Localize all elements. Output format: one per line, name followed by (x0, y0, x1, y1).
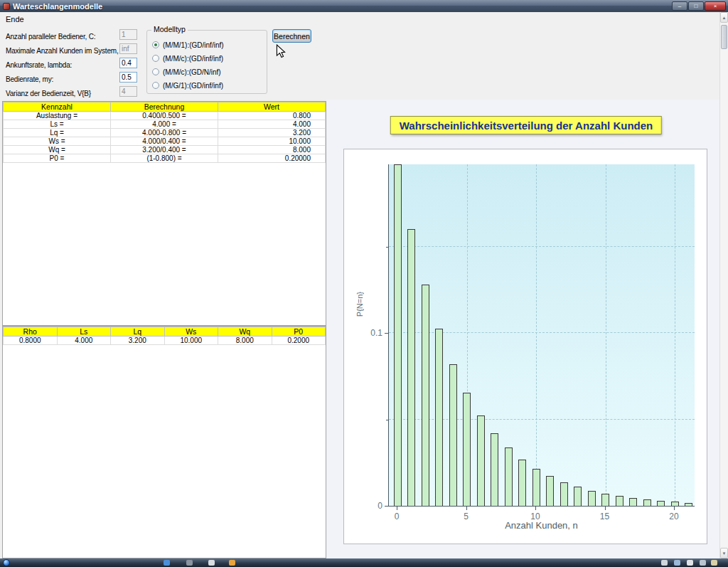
bar (407, 229, 415, 506)
y-tick-label: 0.1 (363, 328, 382, 338)
results-table: KennzahlBerechnungWert Auslastung =0.400… (3, 102, 326, 163)
y-tick-label: 0 (363, 501, 382, 511)
form-field-row: Maximale Anzahl Kunden im System, N: (6, 43, 139, 55)
close-button[interactable]: × (705, 1, 726, 11)
field-input[interactable] (119, 58, 137, 68)
form-field-row: Bedienrate, my: (6, 72, 139, 83)
results-row: P0 =(1-0.800) =0.20000 (4, 154, 326, 163)
radio-option-label: (M/M/c):(GD/N/inf) (163, 68, 221, 76)
field-input (119, 43, 137, 54)
scroll-down-icon[interactable]: ▼ (720, 548, 728, 558)
summary-column-header: Ws (164, 327, 218, 337)
radio-option-label: (M/G/1):(GD/inf/inf) (163, 82, 223, 90)
summary-cell: 10.000 (164, 337, 218, 345)
taskbar-icon[interactable] (164, 560, 170, 566)
bar (505, 447, 513, 506)
results-cell: Lq = (4, 129, 111, 137)
vertical-gridline (675, 164, 675, 506)
x-axis-tick (674, 507, 675, 510)
bar (477, 415, 485, 506)
horizontal-gridline (389, 246, 695, 247)
summary-column-header: Wq (218, 327, 272, 337)
taskbar-icon[interactable] (229, 560, 235, 566)
results-cell: Ws = (4, 137, 111, 146)
results-cell: 0.20000 (218, 154, 326, 163)
scrollbar-thumb[interactable] (721, 25, 727, 49)
results-cell: (1-0.800) = (111, 154, 218, 163)
bar (671, 502, 679, 506)
vertical-gridline (606, 164, 606, 506)
y-axis-minor-tick (386, 420, 389, 420)
summary-column-header: Lq (111, 327, 165, 337)
results-cell: 8.000 (218, 146, 326, 154)
results-table-container: KennzahlBerechnungWert Auslastung =0.400… (2, 101, 326, 326)
results-cell: 3.200 (218, 129, 326, 137)
vertical-gridline (536, 164, 537, 506)
taskbar-tray-icon[interactable] (674, 560, 680, 566)
summary-table-container: RhoLsLqWsWqP0 0.80004.0003.20010.0008.00… (2, 326, 326, 558)
bar (422, 285, 429, 506)
modelltyp-option[interactable]: (M/G/1):(GD/inf/inf) (152, 80, 223, 90)
taskbar-tray-icon[interactable] (687, 560, 693, 566)
window-controls: – □ × (672, 1, 726, 11)
menu-item-ende[interactable]: Ende (0, 14, 30, 25)
radio-option-label: (M/M/1):(GD/inf/inf) (163, 41, 224, 49)
start-button-icon[interactable] (3, 559, 10, 566)
taskbar-icon[interactable] (186, 560, 193, 566)
field-input (119, 86, 137, 97)
taskbar-icon[interactable] (208, 560, 215, 566)
results-cell: Auslastung = (4, 112, 111, 120)
bar (532, 469, 540, 506)
modelltyp-option[interactable]: (M/M/c):(GD/inf/inf) (152, 53, 223, 63)
results-column-header: Wert (218, 102, 326, 112)
summary-column-header: P0 (272, 327, 326, 337)
results-column-header: Kennzahl (4, 102, 111, 112)
field-input[interactable] (119, 72, 137, 83)
maximize-button[interactable]: □ (688, 1, 704, 11)
results-cell: 10.000 (218, 137, 326, 146)
modelltyp-legend: Modelltyp (151, 25, 188, 33)
bar (601, 494, 609, 506)
berechnen-button[interactable]: Berechnen (272, 29, 311, 43)
menu-bar: Ende (0, 12, 719, 25)
scroll-up-icon[interactable]: ▲ (720, 12, 728, 23)
bar (491, 433, 498, 506)
x-tick-label: 15 (596, 512, 614, 521)
bar (588, 491, 596, 506)
app-icon (3, 3, 10, 10)
results-cell: 4.000/0.400 = (111, 137, 218, 146)
modelltyp-option[interactable]: (M/M/c):(GD/N/inf) (152, 67, 221, 77)
y-axis-tick (385, 333, 389, 334)
x-axis-tick (535, 507, 536, 510)
vertical-scrollbar: ▲ ▼ (719, 12, 728, 558)
bar (518, 460, 526, 506)
bar (616, 496, 623, 506)
x-tick-label: 20 (665, 512, 682, 521)
results-cell: P0 = (4, 154, 111, 163)
bar (435, 329, 443, 506)
y-axis-label: P{N=n} (355, 292, 364, 317)
window-title: Warteschlangenmodelle (13, 2, 102, 11)
summary-column-header: Rho (4, 327, 58, 337)
x-tick-label: 10 (527, 512, 544, 521)
taskbar-tray-icon[interactable] (711, 560, 717, 566)
results-cell: 0.800 (218, 112, 326, 120)
results-row: Ws =4.000/0.400 =10.000 (4, 137, 326, 146)
summary-cell: 0.8000 (4, 337, 58, 345)
chart-panel: P{N=n} Anzahl Kunden, n 0510152000.1 (343, 149, 707, 544)
minimize-button[interactable]: – (672, 1, 687, 11)
bar (685, 503, 692, 506)
summary-cell: 0.2000 (272, 337, 326, 345)
summary-header-row: RhoLsLqWsWqP0 (4, 327, 326, 337)
modelltyp-option[interactable]: (M/M/1):(GD/inf/inf) (152, 40, 224, 50)
field-label: Anzahl paralleler Bediener, C: (6, 33, 95, 41)
summary-cell: 3.200 (111, 337, 165, 345)
summary-cell: 4.000 (57, 337, 111, 345)
taskbar-tray-icon[interactable] (661, 560, 668, 566)
field-label: Maximale Anzahl Kunden im System, N: (6, 47, 127, 55)
summary-cell: 8.000 (218, 337, 272, 345)
results-cell: Wq = (4, 146, 111, 154)
x-axis-tick (397, 507, 397, 510)
results-column-header: Berechnung (111, 102, 218, 112)
taskbar-tray-icon[interactable] (700, 560, 706, 566)
